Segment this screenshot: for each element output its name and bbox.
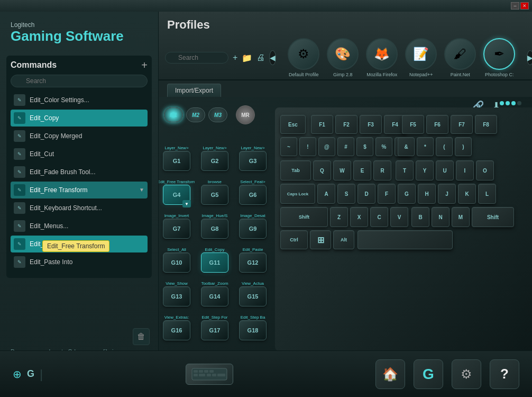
m3-button[interactable]: M3: [208, 107, 227, 122]
4-key[interactable]: $: [356, 137, 373, 156]
gkey-button-g11[interactable]: G11: [201, 252, 228, 273]
f5-key[interactable]: F5: [402, 115, 424, 134]
profile-print-button[interactable]: 🖨: [256, 52, 265, 64]
t-key[interactable]: T: [396, 160, 414, 181]
z-key[interactable]: Z: [330, 207, 348, 227]
k-key[interactable]: K: [458, 184, 476, 204]
gkey-button-g12[interactable]: G12: [239, 252, 267, 273]
r-key[interactable]: R: [373, 160, 391, 181]
gkey-button-g9[interactable]: G9: [239, 219, 267, 239]
e-key[interactable]: E: [353, 160, 371, 181]
esc-key[interactable]: Esc: [280, 115, 306, 134]
gkey-button-g16[interactable]: G16: [163, 320, 190, 340]
g-key[interactable]: G: [398, 184, 416, 204]
home-button[interactable]: 🏠: [375, 359, 405, 389]
list-item[interactable]: ✎ Edit_Free Transform ▼: [11, 182, 148, 198]
tab-key[interactable]: Tab: [280, 160, 311, 181]
j-key[interactable]: J: [438, 184, 456, 204]
ctrl-key[interactable]: Ctrl: [280, 230, 308, 249]
list-item[interactable]: ✎ Edit_Copy Merged: [11, 128, 148, 145]
list-item[interactable]: ✎ Edit_Paste Into: [11, 254, 148, 270]
alt-key[interactable]: Alt: [333, 230, 354, 249]
o-key[interactable]: O: [476, 160, 494, 181]
0-key[interactable]: ): [455, 137, 472, 156]
1-key[interactable]: !: [299, 137, 316, 156]
gkey-button-g14[interactable]: G14: [201, 286, 228, 306]
gkey-button-g15[interactable]: G15: [239, 286, 267, 306]
h-key[interactable]: H: [418, 184, 436, 204]
m2-button[interactable]: M2: [186, 107, 205, 122]
g-profiles-button[interactable]: G: [414, 359, 443, 389]
gkey-button-g2[interactable]: G2: [201, 151, 228, 171]
list-item[interactable]: ✎ Edit_Cut: [11, 146, 148, 163]
a-key[interactable]: A: [317, 184, 335, 204]
gkey-button-g7[interactable]: G7: [163, 219, 190, 239]
8-key[interactable]: *: [417, 137, 434, 156]
profile-item-gimp[interactable]: 🎨 Gimp 2.8: [324, 38, 362, 77]
gkey-button-g8[interactable]: G8: [201, 219, 228, 239]
list-item[interactable]: ✎ Edit_Menus...: [11, 218, 148, 234]
profile-nav-right-button[interactable]: ▶: [527, 50, 532, 65]
gkey-button-g17[interactable]: G17: [201, 320, 228, 340]
v-key[interactable]: V: [390, 207, 408, 227]
right-shift-key[interactable]: Shift: [472, 207, 514, 227]
f6-key[interactable]: F6: [426, 115, 448, 134]
profile-folder-button[interactable]: 📁: [242, 52, 252, 64]
gkey-button-g13[interactable]: G13: [163, 286, 190, 306]
n-key[interactable]: N: [432, 207, 450, 227]
tilde-key[interactable]: ~: [280, 137, 297, 156]
m-key[interactable]: M: [452, 207, 470, 227]
y-key[interactable]: Y: [416, 160, 434, 181]
3-key[interactable]: #: [337, 137, 354, 156]
add-command-button[interactable]: +: [141, 60, 148, 70]
delete-button[interactable]: 🗑: [133, 328, 150, 345]
7-key[interactable]: &: [398, 137, 415, 156]
gkey-button-g4[interactable]: G4 ▼: [163, 185, 190, 205]
mr-button[interactable]: MR: [236, 105, 255, 124]
u-key[interactable]: U: [436, 160, 454, 181]
profile-item-photoshop[interactable]: ✒ Photoshop C:: [480, 38, 518, 77]
b-key[interactable]: B: [411, 207, 429, 227]
f8-key[interactable]: F8: [475, 115, 497, 134]
close-button[interactable]: ✕: [520, 2, 529, 10]
spacebar-key[interactable]: [357, 230, 453, 249]
tab-import-export[interactable]: Import/Export: [167, 84, 221, 97]
gkey-button-g1[interactable]: G1: [163, 151, 190, 171]
gkey-button-g6[interactable]: G6: [239, 185, 267, 205]
gkey-button-g5[interactable]: G5: [201, 185, 228, 205]
f7-key[interactable]: F7: [451, 115, 473, 134]
list-item[interactable]: ✎ Edit_Copy: [11, 110, 148, 127]
win-key[interactable]: ⊞: [310, 230, 331, 249]
profile-add-button[interactable]: +: [233, 52, 237, 64]
f1-key[interactable]: F1: [311, 115, 333, 134]
w-key[interactable]: W: [333, 160, 351, 181]
profile-item-notepad[interactable]: 📝 Notepad++: [402, 38, 440, 77]
profile-item-default[interactable]: ⚙ Default Profile: [285, 38, 323, 77]
gkey-button-g3[interactable]: G3: [239, 151, 267, 171]
gkey-button-g10[interactable]: G10: [163, 252, 190, 273]
f2-key[interactable]: F2: [335, 115, 357, 134]
q-key[interactable]: Q: [313, 160, 331, 181]
left-shift-key[interactable]: Shift: [280, 207, 328, 227]
settings-button[interactable]: ⚙: [452, 359, 481, 389]
commands-search-input[interactable]: [11, 75, 148, 87]
profile-item-firefox[interactable]: 🦊 Mozilla Firefox: [363, 38, 401, 77]
gkey-button-g18[interactable]: G18: [239, 320, 267, 340]
2-key[interactable]: @: [318, 137, 335, 156]
list-item[interactable]: ✎ Edit_Keyboard Shortcut...: [11, 200, 148, 216]
f3-key[interactable]: F3: [360, 115, 382, 134]
m1-button[interactable]: M1: [164, 107, 183, 122]
profile-nav-left-button[interactable]: ◀: [269, 50, 276, 65]
minimize-button[interactable]: –: [511, 2, 519, 10]
help-button[interactable]: ?: [490, 359, 519, 389]
list-item[interactable]: ✎ Edit_Color Settings...: [11, 92, 148, 109]
list-item[interactable]: ✎ Edit_Fade Brush Tool...: [11, 164, 148, 181]
c-key[interactable]: C: [370, 207, 388, 227]
s-key[interactable]: S: [337, 184, 355, 204]
5-key[interactable]: %: [375, 137, 392, 156]
f-key[interactable]: F: [378, 184, 396, 204]
d-key[interactable]: D: [357, 184, 375, 204]
l-key[interactable]: L: [478, 184, 496, 204]
profile-search-input[interactable]: [165, 52, 228, 64]
caps-lock-key[interactable]: Caps Lock: [280, 184, 315, 204]
